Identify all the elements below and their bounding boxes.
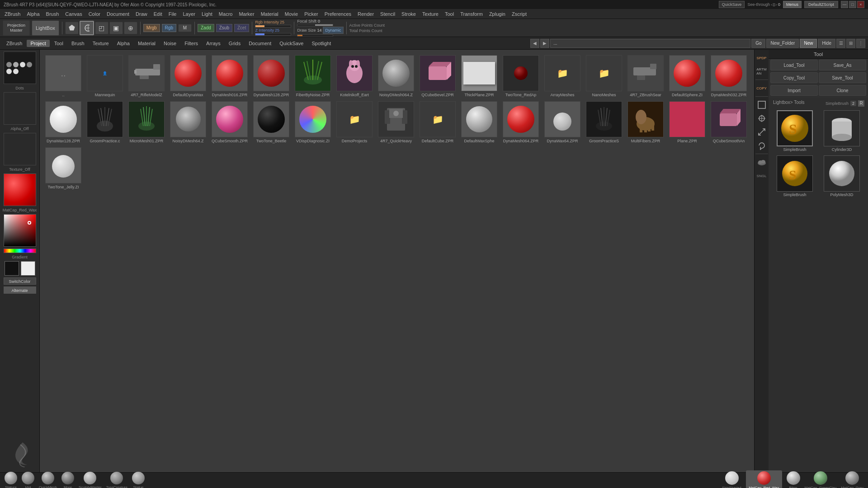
menu-draw[interactable]: Draw (133, 10, 150, 18)
save-as-btn[interactable]: Save_As (819, 60, 866, 70)
polymesh3d-thumb[interactable]: PolyMesh3D (819, 155, 864, 198)
menu-light[interactable]: Light (199, 10, 215, 18)
subnav-alpha[interactable]: Alpha (113, 40, 133, 47)
nav-prev-btn[interactable]: ◀ (530, 39, 539, 48)
view-list-btn[interactable]: ☰ (836, 39, 845, 48)
clone-btn[interactable]: Clone (819, 85, 866, 96)
project-item-mannequin[interactable]: 👤 Mannequin (85, 53, 125, 99)
bottom-mat-skinshade4[interactable]: SkinShade4 (722, 471, 741, 488)
import-btn[interactable]: Import (770, 85, 818, 96)
sngl-icon[interactable]: SNGL (755, 169, 768, 182)
project-item-dyna128[interactable]: DynaMesh128.ZPR (251, 53, 291, 99)
project-item-twotonebeetle[interactable]: TwoTone_Beetle (251, 99, 291, 145)
subnav-quicksave[interactable]: QuickSave (276, 40, 307, 47)
menu-brush[interactable]: Brush (43, 10, 62, 18)
blank-preview[interactable] (4, 92, 36, 125)
menu-document[interactable]: Document (104, 10, 132, 18)
project-item-rifle[interactable]: 4R7_RifleModelZ (127, 53, 166, 99)
project-item-dyna016[interactable]: DynaMesh016.ZPR (210, 53, 250, 99)
bottom-item-treecreature[interactable]: TreeCreature (106, 472, 127, 488)
default-script-btn[interactable]: DefaultZScript (804, 1, 838, 8)
project-item-demoprojects[interactable]: 📁 DemoProjects (335, 99, 374, 145)
zadd-btn[interactable]: Zadd (198, 24, 214, 32)
menu-file[interactable]: File (166, 10, 179, 18)
alternate-btn[interactable]: Alternate (4, 286, 36, 294)
bottom-item-tool2[interactable]: Idol (22, 472, 34, 488)
draw-size-bar[interactable] (297, 34, 333, 37)
project-item-thickplane[interactable]: ThickPlane.ZPR (459, 53, 499, 99)
white-color[interactable] (21, 261, 35, 276)
project-item-zbrushsear[interactable]: 4R7_ZBrushSear (626, 53, 665, 99)
projection-master-btn[interactable]: Projection Master (3, 20, 30, 36)
material-swatch[interactable] (4, 174, 36, 206)
color-picker[interactable] (4, 214, 36, 247)
move-icon[interactable] (755, 112, 768, 125)
subnav-zbrush[interactable]: ZBrush (3, 40, 26, 47)
subnav-material[interactable]: Material (134, 40, 159, 47)
lightbox-btn[interactable]: LightBox (32, 20, 59, 36)
rgb-btn[interactable]: Rgb (162, 24, 176, 32)
spdp-icon[interactable]: SPDP (755, 52, 768, 64)
subnav-grids[interactable]: Grids (225, 40, 244, 47)
project-item-kotelnikoff[interactable]: Kotelnikoff_Eart (335, 53, 374, 99)
go-btn[interactable]: Go (751, 39, 765, 48)
m-btn[interactable]: M (178, 24, 192, 32)
menu-render[interactable]: Render (355, 10, 377, 18)
bottom-mat-matcap-red-wax[interactable]: MatCap_Red_Wax (746, 470, 782, 488)
quicksave-btn[interactable]: QuickSave (719, 1, 745, 8)
draw-mode-icon5[interactable]: ⊕ (124, 22, 137, 34)
project-item-arraymeshes[interactable]: 📁 ArrayMeshes (542, 53, 582, 99)
draw-mode-icon3[interactable]: ◰ (95, 22, 108, 34)
project-item-noisydmesh64[interactable]: NoisyDMesh64.Z (168, 99, 208, 145)
draw-mode-icon4[interactable]: ▣ (109, 22, 123, 34)
copy-icon[interactable]: COPY (755, 82, 768, 94)
close-btn[interactable]: × (857, 1, 864, 8)
menu-color[interactable]: Color (86, 10, 103, 18)
switch-color-btn[interactable]: SwitchColor (4, 277, 36, 285)
texture-preview[interactable] (4, 133, 36, 165)
menu-alpha[interactable]: Alpha (24, 10, 42, 18)
project-item-qcubesmoothann[interactable]: QCubeSmoothAn (709, 99, 749, 145)
menu-transform[interactable]: Transform (458, 10, 486, 18)
project-item-defaultwax[interactable]: DefaultWaxSphe (459, 99, 499, 145)
project-item-dyna064[interactable]: DynaMesh064.ZPR (501, 99, 541, 145)
project-item-groompractice2[interactable]: GroomPracticeS (584, 99, 624, 145)
bottom-item-statue[interactable]: Statue (132, 472, 145, 488)
mrgb-btn[interactable]: Mrgb (143, 24, 160, 32)
menus-btn[interactable]: Menus (783, 1, 802, 8)
subnav-brush[interactable]: Brush (68, 40, 88, 47)
menu-picker[interactable]: Picker (302, 10, 321, 18)
menu-macro[interactable]: Macro (216, 10, 236, 18)
menu-layer[interactable]: Layer (180, 10, 198, 18)
minimize-btn[interactable]: — (841, 1, 848, 8)
copy-tool-btn[interactable]: Copy_Tool (770, 72, 818, 83)
subnav-project[interactable]: Project (27, 40, 49, 47)
bottom-item-quickmesh[interactable]: QuickMesh (39, 472, 57, 488)
load-tool-btn[interactable]: Load_Tool (770, 60, 818, 70)
project-item-micromesh[interactable]: MicroMesh01.ZPR (127, 99, 166, 145)
simplebrush-sm-thumb[interactable]: S SimpleBrush (772, 155, 817, 198)
zsub-btn[interactable]: Zsub (216, 24, 232, 32)
focal-shift-bar[interactable] (297, 24, 333, 26)
project-item-twotone-red[interactable]: TwoTone_RedAp (501, 53, 541, 99)
menu-stroke[interactable]: Stroke (399, 10, 419, 18)
menu-stencil[interactable]: Stencil (377, 10, 398, 18)
scale-icon[interactable] (755, 126, 768, 138)
new-btn[interactable]: New (800, 39, 817, 48)
project-item-vdisp[interactable]: VDispDiagnosic.ZI (293, 99, 333, 145)
menu-zplugin[interactable]: Zplugin (486, 10, 508, 18)
project-item-defaultcube[interactable]: 📁 DefaultCube.ZPR (418, 99, 458, 145)
hue-bar[interactable] (4, 249, 36, 253)
menu-canvas[interactable]: Canvas (62, 10, 85, 18)
subnav-noise[interactable]: Noise (160, 40, 180, 47)
maximize-btn[interactable]: □ (849, 1, 856, 8)
simplebrush-thumb[interactable]: S SimpleBrush (772, 109, 817, 153)
subnav-filters[interactable]: Filters (181, 40, 202, 47)
cloud-icon[interactable] (755, 156, 768, 169)
sort-btn[interactable]: ⋮ (856, 39, 865, 48)
bottom-mat-greenclay[interactable]: MatCap_GreenClay (805, 471, 837, 488)
menu-preferences[interactable]: Preferences (322, 10, 354, 18)
project-item-qcubebevel[interactable]: QCubeBevel.ZPR (418, 53, 458, 99)
project-item-multifibers[interactable]: MultiFibers.ZPR (626, 99, 665, 145)
project-item-dynawax128[interactable]: DynaWax128.ZPR (43, 99, 83, 145)
